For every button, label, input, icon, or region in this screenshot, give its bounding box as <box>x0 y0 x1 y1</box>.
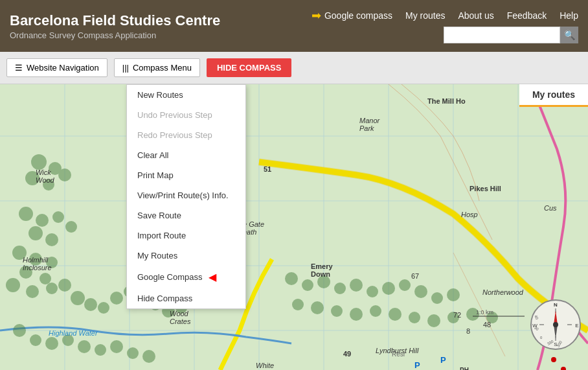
menu-clear-all[interactable]: Clear All <box>127 145 245 165</box>
menu-view-print-label: View/Print Route(s) Info. <box>137 191 229 200</box>
svg-point-67 <box>389 308 401 321</box>
svg-text:8: 8 <box>466 327 470 335</box>
svg-point-44 <box>45 337 58 350</box>
svg-point-32 <box>58 279 71 292</box>
menu-print-map[interactable]: Print Map <box>127 165 245 185</box>
menu-view-print-routes[interactable]: View/Print Route(s) Info. <box>127 185 245 205</box>
menu-redo-previous-step[interactable]: Redo Previous Step <box>127 125 245 145</box>
header-right: ➡ Google compass My routes About us Feed… <box>311 8 578 43</box>
menu-hide-compass[interactable]: Hide Compass <box>127 288 245 308</box>
svg-text:Resr: Resr <box>392 351 406 358</box>
svg-text:P: P <box>414 360 420 370</box>
compass-menu-button[interactable]: ||| Compass Menu <box>114 58 200 77</box>
svg-point-63 <box>311 301 324 314</box>
svg-point-42 <box>13 324 26 337</box>
svg-point-33 <box>71 291 85 305</box>
svg-point-30 <box>26 285 39 298</box>
menu-google-compass[interactable]: Google Compass ◀ <box>127 266 245 288</box>
feedback-nav-link[interactable]: Feedback <box>507 10 547 21</box>
svg-text:51: 51 <box>264 165 271 173</box>
svg-point-46 <box>78 340 91 353</box>
search-icon: 🔍 <box>564 30 575 40</box>
menu-hide-compass-label: Hide Compass <box>137 294 192 303</box>
site-subtitle: Ordnance Survey Compass Application <box>10 30 311 40</box>
svg-point-57 <box>382 282 395 295</box>
red-arrow-icon: ◀ <box>209 271 216 283</box>
help-nav-link[interactable]: Help <box>560 10 578 21</box>
my-routes-active-tab[interactable]: My routes <box>519 84 588 107</box>
svg-point-53 <box>317 275 330 288</box>
site-branding: Barcelona Field Studies Centre Ordnance … <box>10 12 311 40</box>
svg-point-43 <box>30 334 41 346</box>
svg-point-27 <box>19 266 32 279</box>
compass-menu-dropdown: New Routes Undo Previous Step Redo Previ… <box>126 84 246 309</box>
about-us-nav-link[interactable]: About us <box>458 10 493 21</box>
svg-point-52 <box>302 279 313 291</box>
svg-point-34 <box>84 298 97 311</box>
menu-save-label: Save Route <box>137 211 181 220</box>
menu-clear-label: Clear All <box>137 150 168 160</box>
menu-icon: ||| <box>122 63 129 73</box>
svg-text:48: 48 <box>483 321 491 329</box>
menu-new-routes[interactable]: New Routes <box>127 85 245 105</box>
svg-point-58 <box>399 279 411 291</box>
svg-point-22 <box>45 233 58 246</box>
svg-point-26 <box>46 257 58 268</box>
search-button[interactable]: 🔍 <box>560 27 578 43</box>
site-title: Barcelona Field Studies Centre <box>10 12 311 29</box>
svg-text:P: P <box>440 355 446 365</box>
svg-text:49: 49 <box>343 350 351 358</box>
svg-point-36 <box>110 292 123 305</box>
menu-print-label: Print Map <box>137 170 174 180</box>
svg-text:72: 72 <box>453 311 461 319</box>
svg-point-69 <box>427 314 440 327</box>
svg-point-51 <box>285 272 298 285</box>
svg-point-28 <box>40 273 51 284</box>
my-routes-nav-link[interactable]: My routes <box>405 10 445 21</box>
map-container[interactable]: 51 49 67 72 8 48 33 P P P Resr PH P <box>0 84 588 370</box>
svg-text:67: 67 <box>411 272 419 280</box>
svg-point-64 <box>331 305 343 317</box>
svg-point-18 <box>19 207 33 221</box>
svg-point-54 <box>334 283 346 294</box>
svg-point-59 <box>414 285 427 298</box>
svg-point-19 <box>36 214 49 227</box>
header-nav: ➡ Google compass My routes About us Feed… <box>311 8 578 23</box>
svg-point-65 <box>350 308 363 321</box>
map-background: 51 49 67 72 8 48 33 P P P Resr PH P <box>0 84 588 370</box>
svg-point-35 <box>98 302 109 314</box>
menu-my-routes[interactable]: My Routes <box>127 246 245 266</box>
svg-point-24 <box>12 246 27 260</box>
svg-point-66 <box>370 305 381 317</box>
menu-undo-previous-step[interactable]: Undo Previous Step <box>127 105 245 125</box>
svg-point-61 <box>447 288 460 301</box>
svg-text:N: N <box>554 302 558 308</box>
hide-compass-button[interactable]: HIDE COMPASS <box>207 58 291 77</box>
svg-point-62 <box>292 299 304 310</box>
website-nav-button[interactable]: ☰ Website Navigation <box>6 58 107 77</box>
svg-point-84 <box>551 357 556 362</box>
svg-point-21 <box>28 226 43 240</box>
svg-point-31 <box>46 283 58 294</box>
svg-rect-0 <box>0 84 588 370</box>
svg-point-60 <box>431 292 443 304</box>
menu-import-route[interactable]: Import Route <box>127 225 245 246</box>
svg-text:PH: PH <box>460 367 469 370</box>
search-input[interactable] <box>444 27 560 43</box>
svg-text:1:0 km: 1:0 km <box>476 309 493 316</box>
svg-point-16 <box>43 179 54 191</box>
svg-point-68 <box>409 312 420 323</box>
arrow-icon: ➡ <box>311 8 321 23</box>
svg-point-20 <box>52 211 64 223</box>
menu-save-route[interactable]: Save Route <box>127 205 245 225</box>
search-bar: 🔍 <box>444 27 578 43</box>
svg-point-47 <box>95 344 106 356</box>
svg-point-13 <box>31 154 47 170</box>
google-compass-nav-link[interactable]: ➡ Google compass <box>311 8 392 23</box>
toolbar: ☰ Website Navigation ||| Compass Menu HI… <box>0 52 588 84</box>
menu-import-label: Import Route <box>137 231 186 240</box>
svg-point-29 <box>6 278 20 292</box>
svg-point-25 <box>29 253 42 266</box>
svg-point-15 <box>25 171 40 185</box>
map-svg: 51 49 67 72 8 48 33 P P P Resr PH P <box>0 84 588 370</box>
